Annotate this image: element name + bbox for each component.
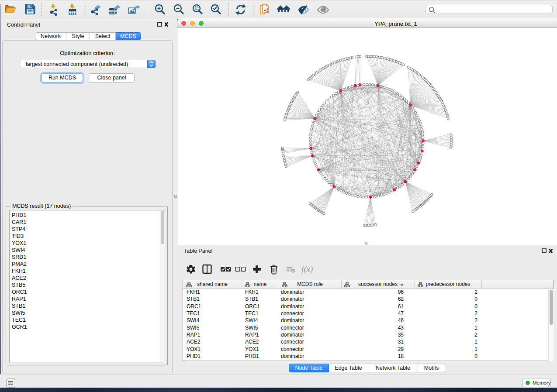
svg-text:f(x): f(x) (301, 265, 313, 274)
